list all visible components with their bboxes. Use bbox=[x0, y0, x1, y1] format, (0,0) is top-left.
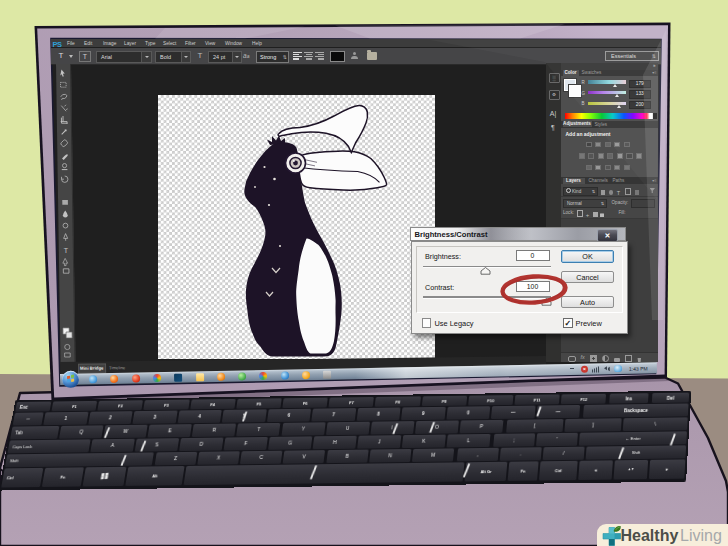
svg-text:T: T bbox=[63, 246, 68, 255]
